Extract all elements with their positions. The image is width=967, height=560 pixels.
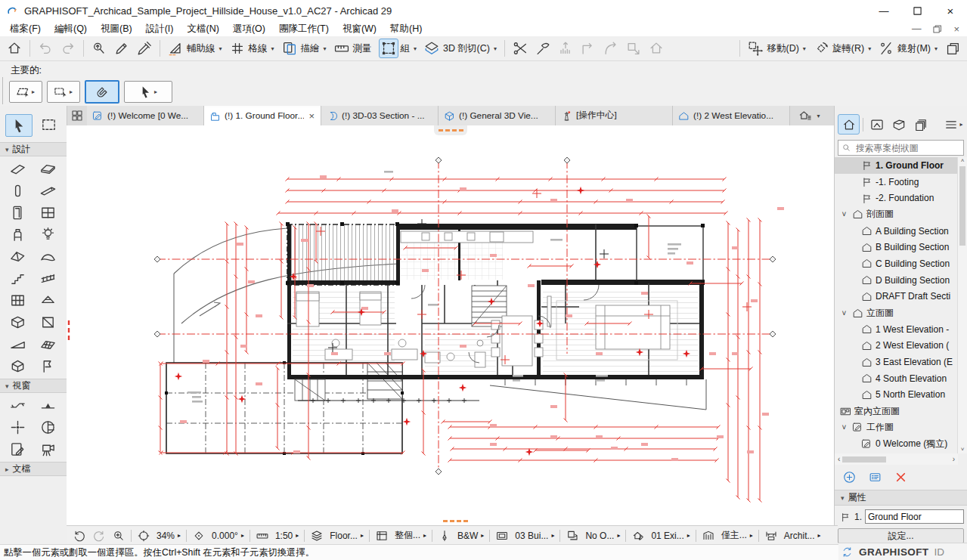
menu-item[interactable]: 幫助(H) bbox=[383, 22, 429, 36]
model-view-control[interactable] bbox=[492, 529, 512, 543]
search-input[interactable] bbox=[854, 142, 960, 154]
arrow-tool[interactable] bbox=[5, 114, 33, 137]
toolbox-section-header[interactable]: ▸文檔 bbox=[0, 462, 67, 476]
menu-item[interactable]: 視圖(B) bbox=[94, 22, 139, 36]
override-control[interactable] bbox=[628, 529, 648, 543]
window-tool[interactable] bbox=[33, 202, 62, 224]
menu-item[interactable]: 團隊工作(T) bbox=[272, 22, 336, 36]
tree-item[interactable]: 室內立面圖 bbox=[835, 403, 958, 419]
properties-header[interactable]: ▾屬性 bbox=[835, 490, 967, 506]
status-control[interactable]: Archit...▸ bbox=[781, 531, 824, 541]
pen-set-control[interactable] bbox=[372, 529, 392, 543]
fillet-button[interactable] bbox=[600, 39, 622, 58]
project-map-button[interactable] bbox=[838, 114, 860, 135]
scroll-right-icon[interactable]: › bbox=[953, 455, 955, 463]
zoom-in-control[interactable] bbox=[109, 529, 129, 543]
status-control[interactable]: B&W▸ bbox=[454, 531, 487, 541]
int-elev-tool[interactable] bbox=[3, 416, 32, 438]
close-tab-icon[interactable]: × bbox=[307, 110, 316, 122]
guide-lines-button[interactable]: 輔助線▾ bbox=[164, 39, 226, 58]
sphere-tool[interactable] bbox=[33, 416, 62, 438]
tree-item[interactable]: A Building Section bbox=[835, 223, 958, 240]
tab-tab-3d[interactable]: (!) General 3D Vie... bbox=[439, 106, 556, 125]
fit-view-control[interactable] bbox=[134, 529, 153, 543]
lamp-tool[interactable] bbox=[33, 224, 62, 246]
home-outline-button[interactable] bbox=[645, 39, 668, 58]
delete-view-button[interactable] bbox=[894, 470, 908, 484]
mdi-close-button[interactable]: × bbox=[953, 23, 959, 35]
tree-item[interactable]: DRAFT Draft Secti bbox=[835, 289, 958, 305]
roof-tool[interactable] bbox=[3, 246, 32, 268]
menu-item[interactable]: 編輯(Q) bbox=[48, 22, 94, 36]
graphisoft-id-bar[interactable]: GRAPHISOFT ID bbox=[835, 543, 967, 560]
menu-item[interactable]: 檔案(F) bbox=[3, 22, 48, 36]
floor-plan-canvas[interactable] bbox=[67, 125, 835, 525]
rotate-view-control[interactable] bbox=[189, 529, 209, 543]
status-control[interactable]: 1:50▸ bbox=[272, 531, 302, 541]
partial-structure-control[interactable] bbox=[699, 529, 718, 543]
scroll-thumb-h[interactable] bbox=[842, 456, 886, 463]
trace-button[interactable]: 描繪▾ bbox=[278, 39, 330, 58]
scroll-up-icon[interactable]: ˄ bbox=[961, 157, 965, 164]
pen-control[interactable] bbox=[435, 529, 454, 543]
zone-tool[interactable] bbox=[33, 355, 62, 377]
detail-tool[interactable] bbox=[3, 438, 32, 460]
objchair-tool[interactable] bbox=[3, 224, 32, 246]
status-control[interactable]: Floor...▸ bbox=[327, 531, 367, 541]
tree-vertical-scrollbar[interactable]: ˄˅ bbox=[957, 157, 967, 453]
grid3d-tool[interactable] bbox=[3, 311, 32, 333]
tree-item[interactable]: -2. Foundation bbox=[835, 190, 958, 206]
close-button[interactable]: × bbox=[934, 0, 967, 21]
tree-item[interactable]: 1. Ground Floor bbox=[835, 157, 958, 174]
wall-tool[interactable] bbox=[3, 158, 32, 180]
layout-book-button[interactable] bbox=[888, 115, 909, 134]
group-button[interactable]: 組▾ bbox=[377, 39, 421, 58]
pickup-button[interactable] bbox=[110, 39, 133, 58]
camera-tool[interactable] bbox=[33, 438, 62, 460]
door-tool[interactable] bbox=[3, 202, 32, 224]
tree-item[interactable]: B Building Section bbox=[835, 239, 958, 255]
status-control[interactable]: 03 Bui...▸ bbox=[512, 531, 557, 541]
tree-item[interactable]: 2 West Elevation ( bbox=[835, 338, 958, 354]
morph-tool[interactable] bbox=[3, 355, 32, 377]
redo-view-control[interactable] bbox=[89, 529, 109, 543]
cwall-tool[interactable] bbox=[3, 289, 32, 311]
story-name-input[interactable] bbox=[865, 509, 964, 524]
status-control[interactable]: 0.000°▸ bbox=[209, 531, 247, 541]
mdi-minimize-button[interactable]: — bbox=[912, 23, 922, 34]
adjust-button[interactable] bbox=[532, 39, 554, 58]
status-control[interactable]: 01 Exi...▸ bbox=[648, 531, 693, 541]
tree-item[interactable]: 5 North Elevation bbox=[835, 387, 958, 404]
tab-overview-button[interactable] bbox=[67, 106, 87, 125]
rotate-button[interactable]: 旋轉(R)▾ bbox=[810, 39, 875, 58]
sec-tool-tool[interactable] bbox=[3, 394, 32, 416]
tree-item[interactable]: 4 South Elevation bbox=[835, 370, 958, 387]
redo-button[interactable] bbox=[57, 39, 79, 58]
elev-tool-tool[interactable] bbox=[33, 394, 62, 416]
status-control[interactable]: 整個...▸ bbox=[392, 529, 429, 542]
find-button[interactable] bbox=[88, 39, 110, 58]
tree-item[interactable]: 0 Welcome (獨立) bbox=[835, 436, 958, 453]
shellx-tool[interactable] bbox=[33, 246, 62, 268]
tree-item[interactable]: 1 West Elevation - bbox=[835, 321, 958, 338]
beam-tool[interactable] bbox=[33, 180, 62, 202]
dock-button[interactable] bbox=[941, 39, 964, 58]
split-button[interactable] bbox=[509, 39, 532, 58]
status-control[interactable]: 34%▸ bbox=[153, 531, 184, 541]
meshx-tool[interactable] bbox=[33, 333, 62, 355]
elevate-button[interactable] bbox=[554, 39, 577, 58]
tree-horizontal-scrollbar[interactable]: ‹› bbox=[835, 453, 958, 465]
tree-item[interactable]: 3 East Elevation (E bbox=[835, 354, 958, 370]
panel-tool[interactable] bbox=[33, 311, 62, 333]
magnet-button[interactable] bbox=[85, 80, 119, 104]
menu-item[interactable]: 選項(O) bbox=[226, 22, 272, 36]
renovation-control[interactable] bbox=[563, 529, 582, 543]
arrow-button[interactable]: ▸ bbox=[124, 81, 172, 103]
minimize-button[interactable]: — bbox=[867, 0, 900, 21]
tab-tab-story[interactable]: (!) 1. Ground Floor...× bbox=[204, 106, 321, 125]
tree-item[interactable]: ˅立面圖 bbox=[835, 305, 958, 321]
dimension-control[interactable] bbox=[761, 529, 781, 543]
grid-snap-button[interactable]: 格線▾ bbox=[226, 39, 278, 58]
view-map-button[interactable] bbox=[866, 115, 887, 134]
menu-item[interactable]: 文檔(N) bbox=[181, 22, 226, 36]
